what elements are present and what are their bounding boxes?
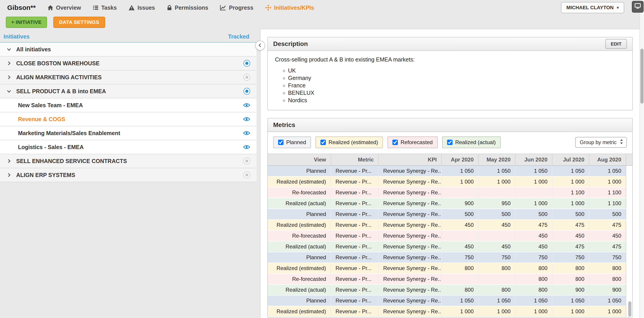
- tracked-radio-icon[interactable]: [244, 88, 250, 95]
- eye-icon[interactable]: [243, 145, 250, 150]
- metrics-filters: PlannedRealized (estimated)ReforecastedR…: [273, 136, 501, 148]
- data-settings-button[interactable]: DATA SETTINGS: [53, 17, 105, 28]
- sidebar-item-label: SELL PRODUCT A & B into EMEA: [16, 88, 239, 95]
- sidebar-item-align-erp-systems[interactable]: ALIGN ERP SYSTEMS: [0, 168, 256, 182]
- top-nav-right: MICHAEL CLAYTON ▾: [561, 2, 624, 13]
- user-menu-button[interactable]: MICHAEL CLAYTON ▾: [561, 2, 624, 13]
- cell-kpi: Revenue Synergy - Re...: [378, 230, 442, 241]
- sidebar-item-align-marketing-activities[interactable]: ALIGN MARKETING ACTIVITIES: [0, 71, 256, 85]
- collapse-sidebar-button[interactable]: [255, 41, 265, 51]
- table-scrollbar-thumb[interactable]: [628, 301, 632, 317]
- untracked-radio-icon[interactable]: [244, 158, 250, 164]
- tracked-radio-icon[interactable]: [244, 60, 250, 67]
- sidebar-item-label: ALIGN ERP SYSTEMS: [16, 172, 239, 178]
- untracked-radio-icon[interactable]: [244, 74, 250, 81]
- sidebar-item-label: All initiatives: [16, 46, 250, 53]
- chevron-down-icon[interactable]: [6, 47, 12, 51]
- nav-item-label: Issues: [138, 5, 155, 11]
- filter-checkbox-realized-actual[interactable]: [447, 140, 452, 145]
- metrics-row-5-planned: PlannedRevenue - Pr...Revenue Synergy - …: [268, 209, 632, 220]
- cell-value: 1 050: [442, 166, 478, 176]
- filter-chip-realized-estimated[interactable]: Realized (estimated): [316, 136, 383, 148]
- sidebar-item-sell-product-a-b-into-emea[interactable]: SELL PRODUCT A & B into EMEA: [0, 85, 256, 98]
- cell-metric: Revenue - Pr...: [331, 187, 378, 198]
- nav-item-tasks[interactable]: Tasks: [93, 5, 117, 11]
- description-intro: Cross-selling product A & B into existin…: [275, 56, 625, 63]
- cell-view: Planned: [268, 209, 331, 220]
- sidebar-item-label: Revenue & COGS: [18, 116, 238, 123]
- cell-value: 500: [552, 209, 589, 220]
- cell-value: 1 000: [478, 306, 515, 317]
- cell-value: 800: [552, 274, 589, 284]
- cell-value: 950: [478, 198, 515, 209]
- untracked-radio-icon[interactable]: [244, 172, 250, 178]
- chevron-right-icon[interactable]: [6, 173, 12, 177]
- eye-icon[interactable]: [243, 131, 250, 136]
- chevron-right-icon[interactable]: [6, 61, 12, 66]
- chevron-down-icon[interactable]: [6, 89, 12, 93]
- eye-icon[interactable]: [243, 103, 250, 108]
- page-scrollbar-thumb[interactable]: [640, 49, 644, 104]
- cell-kpi: Revenue Synergy - Re...: [378, 220, 442, 230]
- group-by-select[interactable]: Group by metric: [575, 137, 627, 148]
- eye-icon[interactable]: [243, 117, 250, 122]
- cell-metric: Revenue - Pr...: [331, 274, 378, 284]
- chart-icon: [220, 5, 226, 11]
- nav-item-permissions[interactable]: Permissions: [167, 5, 208, 11]
- sidebar-item-sell-enhanced-service-contracts[interactable]: SELL ENHANCED SERVICE CONTRACTS: [0, 154, 256, 168]
- home-icon: [48, 5, 53, 11]
- filter-checkbox-reforecasted[interactable]: [392, 140, 398, 145]
- cell-value: 800: [515, 284, 552, 295]
- cell-value: 1 050: [552, 166, 589, 176]
- edit-description-button[interactable]: EDIT: [605, 39, 627, 49]
- cell-metric: Revenue - Pr...: [331, 241, 378, 252]
- screen-share-button[interactable]: [632, 1, 644, 13]
- filter-checkbox-realized-estimated[interactable]: [320, 140, 326, 145]
- filter-label: Realized (estimated): [328, 139, 378, 145]
- cell-value: [442, 274, 478, 284]
- sidebar-item-marketing-materials-sales-enablement[interactable]: Marketing Materials/Sales Enablement: [0, 126, 256, 140]
- cell-value: 1 000: [515, 198, 552, 209]
- lock-icon: [167, 5, 172, 11]
- cell-value: 475: [589, 241, 626, 252]
- cell-value: 750: [478, 252, 515, 263]
- add-initiative-button[interactable]: + INITIATIVE: [6, 17, 47, 28]
- cell-value: 1 050: [442, 295, 478, 306]
- metrics-table: ViewMetricKPIApr 2020May 2020Jun 2020Jul…: [268, 154, 632, 317]
- nav-item-initiatives-kpis[interactable]: Initiatives/KPIs: [265, 5, 314, 11]
- cell-kpi: Revenue Synergy - Re...: [378, 166, 442, 176]
- cell-view: Planned: [268, 252, 331, 263]
- cell-value: 500: [478, 209, 515, 220]
- cell-metric: Revenue - Pr...: [331, 230, 378, 241]
- cell-value: 900: [589, 284, 626, 295]
- nav-item-issues[interactable]: Issues: [128, 5, 155, 11]
- chevron-right-icon[interactable]: [6, 75, 12, 80]
- cell-kpi: Revenue Synergy - Re...: [378, 176, 442, 187]
- metrics-row-13-planned: PlannedRevenue - Pr...Revenue Synergy - …: [268, 295, 632, 306]
- sidebar-item-revenue-cogs[interactable]: Revenue & COGS: [0, 112, 256, 126]
- initiatives-tree: All initiativesCLOSE BOSTON WAREHOUSEALI…: [0, 43, 256, 182]
- nav-item-overview[interactable]: Overview: [48, 5, 81, 11]
- nav-item-label: Tasks: [101, 5, 117, 11]
- cell-value: 475: [552, 220, 589, 230]
- cell-metric: Revenue - Pr...: [331, 252, 378, 263]
- nav-item-progress[interactable]: Progress: [220, 5, 253, 11]
- chevron-right-icon[interactable]: [6, 159, 12, 163]
- cell-value: 1 050: [589, 295, 626, 306]
- cell-value: 450: [515, 230, 552, 241]
- metrics-row-9-planned: PlannedRevenue - Pr...Revenue Synergy - …: [268, 252, 632, 263]
- filter-chip-reforecasted[interactable]: Reforecasted: [388, 136, 438, 148]
- cell-value: 1 000: [552, 176, 589, 187]
- sidebar-item-new-sales-team-emea[interactable]: New Sales Team - EMEA: [0, 98, 256, 112]
- sidebar-item-all-initiatives[interactable]: All initiatives: [0, 43, 256, 57]
- sidebar-item-logistics-sales-emea[interactable]: Logistics - Sales - EMEA: [0, 140, 256, 154]
- filter-chip-realized-actual[interactable]: Realized (actual): [442, 136, 501, 148]
- filter-checkbox-planned[interactable]: [278, 140, 284, 145]
- cell-value: 800: [589, 274, 626, 284]
- filter-chip-planned[interactable]: Planned: [273, 136, 311, 148]
- page-scrollbar[interactable]: [640, 0, 644, 318]
- cell-kpi: Revenue Synergy - Re...: [378, 263, 442, 274]
- main-nav: OverviewTasksIssuesPermissionsProgressIn…: [48, 5, 561, 11]
- cell-kpi: Revenue Synergy - Re...: [378, 198, 442, 209]
- sidebar-item-close-boston-warehouse[interactable]: CLOSE BOSTON WAREHOUSE: [0, 57, 256, 71]
